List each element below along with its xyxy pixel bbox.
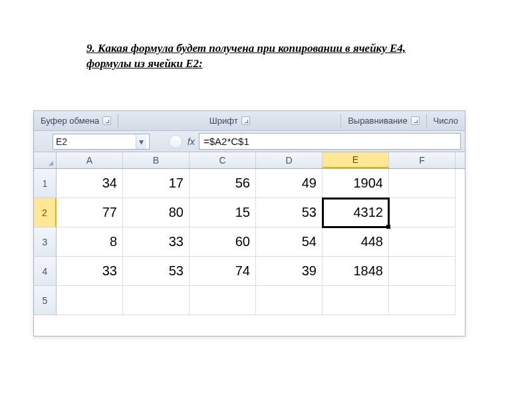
row-header[interactable]: 3 (34, 227, 57, 257)
ribbon-label-number: Число (434, 116, 458, 126)
row-header[interactable]: 1 (34, 169, 57, 198)
column-header[interactable]: F (389, 152, 456, 168)
cell[interactable]: 74 (190, 257, 256, 286)
table-row: 38336054448 (34, 227, 465, 257)
cell[interactable]: 54 (256, 227, 323, 257)
ribbon-separator (426, 114, 427, 128)
cell[interactable]: 4312 (323, 198, 389, 227)
cell[interactable] (389, 227, 456, 257)
dialog-launcher-icon[interactable] (241, 116, 250, 125)
cell[interactable]: 49 (256, 169, 323, 198)
fx-icon[interactable]: fx (185, 136, 198, 147)
cell[interactable]: 33 (57, 257, 123, 286)
row-header[interactable]: 4 (34, 257, 57, 286)
cell[interactable]: 1904 (323, 169, 389, 198)
column-header[interactable]: A (57, 152, 123, 168)
cell[interactable] (389, 257, 456, 286)
ribbon-group-font: Шрифт (121, 116, 338, 126)
circle-icon[interactable] (169, 135, 182, 148)
ribbon-group-clipboard: Буфер обмена (37, 116, 115, 126)
cell[interactable] (256, 286, 323, 315)
cell[interactable]: 53 (256, 198, 323, 227)
dialog-launcher-icon[interactable] (411, 116, 420, 125)
cell[interactable] (389, 169, 456, 198)
name-box[interactable]: E2 ▾ (53, 134, 150, 150)
ribbon-separator (340, 114, 341, 128)
column-headers: ABCDEF (34, 152, 465, 169)
excel-window: Буфер обмена Шрифт Выравнивание Число E2… (33, 110, 466, 336)
cell[interactable]: 15 (190, 198, 256, 227)
row-header[interactable]: 2 (34, 198, 57, 227)
row-header[interactable]: 5 (34, 286, 57, 315)
column-header[interactable]: D (256, 152, 323, 168)
formula-bar-buttons: fx (152, 131, 199, 152)
cell[interactable] (123, 286, 190, 315)
ribbon: Буфер обмена Шрифт Выравнивание Число (34, 111, 465, 131)
formula-bar: E2 ▾ fx =$A2*C$1 (34, 131, 465, 152)
grid-rows: 1341756491904277801553431238336054448433… (34, 169, 465, 336)
ribbon-separator (118, 114, 118, 128)
cell[interactable]: 80 (123, 198, 190, 227)
ribbon-label-font: Шрифт (209, 116, 238, 126)
cell[interactable]: 39 (256, 257, 323, 286)
ribbon-group-align: Выравнивание (344, 116, 423, 126)
cell[interactable]: 1848 (323, 257, 389, 286)
column-header[interactable]: B (123, 152, 190, 168)
column-header[interactable]: E (323, 152, 389, 168)
cell[interactable] (57, 286, 123, 315)
spreadsheet-grid: ABCDEF 134175649190427780155343123833605… (34, 152, 465, 336)
table-row: 4335374391848 (34, 257, 465, 286)
cell[interactable] (323, 286, 389, 315)
cell[interactable]: 56 (190, 169, 256, 198)
question-text: 9. Какая формула будет получена при копи… (86, 41, 446, 72)
formula-text: =$A2*C$1 (203, 136, 249, 147)
ribbon-group-number: Число (430, 116, 462, 126)
table-row: 5 (34, 286, 465, 315)
cell[interactable] (389, 286, 456, 315)
cell[interactable]: 8 (57, 227, 123, 257)
cell[interactable]: 53 (123, 257, 190, 286)
cell[interactable] (190, 286, 256, 315)
chevron-down-icon[interactable]: ▾ (136, 134, 146, 149)
ribbon-label-clipboard: Буфер обмена (41, 116, 99, 126)
cell[interactable]: 34 (57, 169, 123, 198)
name-box-container: E2 ▾ (34, 131, 152, 152)
table-row: 1341756491904 (34, 169, 465, 198)
cell[interactable]: 33 (123, 227, 190, 257)
cell[interactable]: 448 (323, 227, 389, 257)
dialog-launcher-icon[interactable] (102, 116, 111, 125)
formula-input[interactable]: =$A2*C$1 (199, 133, 461, 150)
name-box-value: E2 (56, 136, 67, 147)
ribbon-label-align: Выравнивание (348, 116, 407, 126)
cell[interactable]: 17 (123, 169, 190, 198)
table-row: 2778015534312 (34, 198, 465, 227)
cell[interactable]: 77 (57, 198, 123, 227)
cell[interactable] (389, 198, 456, 227)
column-header[interactable]: C (190, 152, 256, 168)
select-all-corner[interactable] (34, 152, 57, 168)
cell[interactable]: 60 (190, 227, 256, 257)
